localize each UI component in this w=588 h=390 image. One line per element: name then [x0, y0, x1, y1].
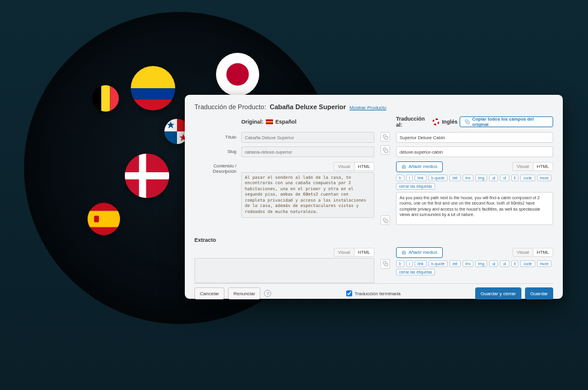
svg-rect-16 [125, 172, 169, 179]
tab-visual[interactable]: Visual [334, 162, 353, 171]
flag-spain [88, 203, 120, 235]
renounce-button[interactable]: Renunciar [228, 287, 260, 299]
copy-slug-button[interactable] [380, 145, 390, 155]
title-label: Título [194, 132, 236, 140]
translation-slug-input[interactable]: deluxe-superior-cabin [396, 146, 553, 157]
tag-ins[interactable]: ins [463, 175, 473, 181]
tab-visual[interactable]: Visual [512, 248, 532, 257]
svg-rect-3 [131, 88, 175, 100]
translation-column-header: Traducción al: Inglés Copiar todos los c… [396, 116, 553, 127]
product-name: Cabaña Deluxe Superior [269, 103, 346, 110]
original-excerpt-tabs: Visual HTML [194, 248, 374, 257]
translation-editor-tabs: Visual HTML [512, 162, 553, 171]
original-slug-field: cabana-deluxe-superior [241, 146, 374, 157]
flag-belgium [92, 85, 119, 112]
html-tag-toolbar: b i link b-quote del ins img ul ol li co… [396, 175, 553, 190]
add-media-button[interactable]: Añadir medios [396, 161, 443, 172]
close-tags-excerpt-button[interactable]: cerrar las etiquetas [396, 269, 435, 275]
svg-rect-22 [385, 220, 388, 223]
copy-all-button[interactable]: Copiar todos los campos del original [460, 116, 553, 127]
tag-code[interactable]: code [520, 175, 535, 181]
tab-html[interactable]: HTML [354, 162, 374, 171]
translation-content-input[interactable]: As you pass the path next to the house, … [396, 192, 553, 225]
original-title-field: Cabaña Deluxe Superior [241, 132, 374, 143]
add-media-excerpt-button[interactable]: Añadir medios [396, 247, 443, 258]
tab-visual[interactable]: Visual [334, 248, 353, 257]
copy-excerpt-button[interactable] [380, 259, 390, 269]
tag-img[interactable]: img [475, 175, 487, 181]
svg-rect-18 [88, 211, 120, 227]
flag-en-icon [433, 118, 439, 125]
help-icon[interactable]: ? [264, 290, 271, 297]
original-column-header: Original: Español [194, 116, 374, 127]
excerpt-tag-toolbar: b i link b-quote del ins img ul ol li co… [396, 260, 553, 275]
svg-rect-6 [101, 85, 110, 112]
tab-html[interactable]: HTML [533, 248, 553, 257]
flag-japan [216, 53, 259, 96]
excerpt-section-title: Extracto [194, 237, 553, 243]
save-and-close-button[interactable]: Guardar y cerrar [475, 287, 521, 299]
cancel-button[interactable]: Cancelar [194, 287, 224, 299]
tag-link[interactable]: link [415, 175, 427, 181]
tag-b[interactable]: b [396, 175, 404, 181]
translation-excerpt-tabs: Visual HTML [512, 248, 553, 257]
tag-li[interactable]: li [511, 175, 519, 181]
tab-visual[interactable]: Visual [512, 162, 532, 171]
original-content-field: Al pasar el sendero al lado de la casa, … [241, 172, 374, 218]
svg-rect-25 [385, 263, 388, 266]
panel-header: Traducción de Producto: Cabaña Deluxe Su… [194, 103, 553, 110]
copy-title-button[interactable] [380, 132, 390, 142]
svg-rect-19 [94, 216, 99, 223]
tag-i[interactable]: i [406, 175, 413, 181]
svg-point-24 [403, 166, 404, 167]
translation-finished-checkbox[interactable]: Traducción terminada [346, 290, 401, 296]
original-editor-tabs: Visual HTML [241, 162, 374, 171]
translation-editor-panel: Traducción de Producto: Cabaña Deluxe Su… [185, 95, 563, 299]
svg-point-26 [403, 252, 404, 253]
tag-ol[interactable]: ol [500, 175, 509, 181]
original-excerpt-field [194, 258, 374, 283]
tag-more[interactable]: more [537, 175, 552, 181]
flag-colombia [131, 66, 175, 110]
translation-title-input[interactable]: Superior Deluxe Cabin [396, 132, 553, 143]
show-product-link[interactable]: Mostrar Producto [350, 105, 386, 110]
slug-label: Slug [194, 146, 236, 154]
content-label: Contenido / Descripción [194, 161, 236, 174]
svg-rect-23 [467, 121, 469, 124]
panel-footer: Cancelar Renunciar ? Traducción terminad… [194, 283, 553, 299]
tag-del[interactable]: del [449, 175, 461, 181]
svg-rect-21 [385, 149, 388, 152]
tag-ul[interactable]: ul [489, 175, 498, 181]
flag-denmark [125, 154, 169, 198]
copy-content-button[interactable] [380, 215, 390, 225]
flag-es-icon [266, 119, 273, 124]
tab-html[interactable]: HTML [354, 248, 374, 257]
header-prefix: Traducción de Producto: [194, 103, 266, 110]
tab-html[interactable]: HTML [533, 162, 553, 171]
tag-bquote[interactable]: b-quote [428, 175, 448, 181]
svg-rect-20 [385, 136, 388, 139]
close-tags-button[interactable]: cerrar las etiquetas [396, 183, 435, 190]
svg-point-1 [226, 63, 248, 85]
save-button[interactable]: Guardar [525, 287, 553, 299]
